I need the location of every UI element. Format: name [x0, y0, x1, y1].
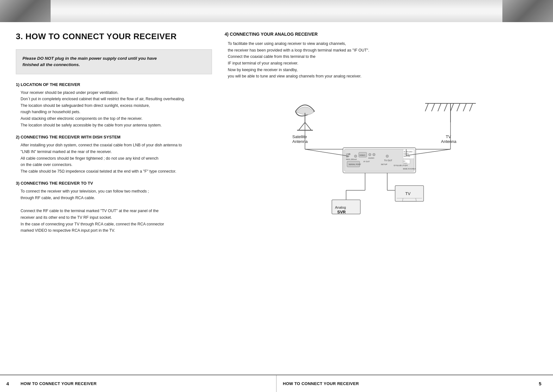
rs-line2: the receiver has been provided with a lo… — [228, 48, 369, 52]
top-bar-left — [0, 0, 51, 22]
footer: 4 HOW TO CONNECT YOUR RECEIVER HOW TO CO… — [0, 375, 553, 392]
section2-body: After installing your dish system, conne… — [16, 142, 212, 175]
tv-label: TV — [405, 191, 411, 196]
s2-line2: "LNB IN" terminal marked at the rear of … — [21, 150, 112, 154]
diagram-area: Satellite Antenna — [225, 86, 537, 222]
s1-line1: Your receiver should be placed under pro… — [21, 90, 118, 95]
svg-text:MAX.200mA: MAX.200mA — [346, 158, 357, 160]
s2-line4: on the cable over connectors. — [21, 162, 72, 167]
svg-point-31 — [386, 155, 388, 157]
s3-line2: through RF cable, and through RCA cable. — [21, 196, 95, 200]
rs-line6: you will be able to tune and view analog… — [228, 74, 361, 78]
svg-line-2 — [305, 122, 311, 130]
svg-text:SETUP: SETUP — [381, 163, 387, 165]
section3-title: 3) CONNECTING THE RECEIVER TO TV — [16, 181, 212, 186]
s3-line1: To connect the receiver with your televi… — [21, 189, 149, 193]
svg-text:Tested: Tested — [403, 162, 407, 164]
s2-line3: All cable connectors should be finger ti… — [21, 156, 158, 161]
s1-line3: The location should be safeguarded from … — [21, 103, 150, 108]
section-dish: 2) CONNECTING THE RECEIVER WITH DISH SYS… — [16, 135, 212, 175]
footer-right: HOW TO CONNECT YOUR RECEIVER 5 — [276, 375, 553, 392]
satellite-label2: Antenna — [292, 139, 308, 144]
svg-text:LNB: LNB — [346, 153, 351, 155]
top-bar-center — [51, 0, 502, 22]
svg-text:IF OUT: IF OUT — [363, 161, 370, 162]
analog-svr-label2: SVR — [337, 210, 346, 214]
warning-box: Please DO NOT plug in the main power sup… — [16, 49, 212, 74]
footer-title-left: HOW TO CONNECT YOUR RECEIVER — [21, 381, 97, 386]
section1-title: 1) LOCATION OF THE RECEIVER — [16, 82, 212, 87]
analog-svr-label: Analog — [335, 205, 346, 209]
svg-line-6 — [432, 103, 435, 111]
s1-line6: The location should be safely accessible… — [21, 123, 162, 127]
svg-text:50/60Hz: 50/60Hz — [404, 153, 409, 155]
section3-body: To connect the receiver with your televi… — [16, 188, 212, 234]
right-section-number: 4) — [225, 32, 228, 37]
svg-line-43 — [305, 149, 349, 156]
rs-line5: Now by keeping the receiver in standby, — [228, 68, 298, 72]
rs-line4: IF input terminal of your analog receive… — [228, 61, 298, 65]
s3-line3: Connect the RF cable to the terminal mar… — [21, 209, 158, 213]
tv-antenna-icon — [425, 103, 476, 122]
footer-title-right: HOW TO CONNECT YOUR RECEIVER — [283, 381, 359, 386]
svg-point-25 — [369, 153, 371, 156]
section1-body: Your receiver should be placed under pro… — [16, 89, 212, 129]
s3-line4: receiver and its other end to the TV RF … — [21, 215, 112, 220]
svg-line-7 — [438, 103, 441, 111]
tv-antenna-label2: Antenna — [441, 139, 457, 144]
connection-diagram: Satellite Antenna — [225, 86, 537, 222]
svg-line-8 — [444, 103, 447, 111]
svg-line-10 — [457, 103, 460, 111]
page-number-left: 4 — [6, 381, 14, 386]
svg-text:AUDIO: AUDIO — [368, 157, 374, 159]
s2-line1: After installing your dish system, conne… — [21, 143, 182, 147]
right-section-title: 4) CONNECTING YOUR ANALOG RECEIVER — [225, 32, 537, 37]
s3-line6: marked VIDEO to respective RCA input por… — [21, 228, 115, 233]
svg-line-1 — [299, 122, 305, 130]
s1-line5: Avoid stacking other electronic componen… — [21, 116, 142, 121]
svg-point-22 — [354, 155, 357, 157]
section2-title: 2) CONNECTING THE RECEIVER WITH DISH SYS… — [16, 135, 212, 139]
svg-text:AC 85V-245V~: AC 85V-245V~ — [404, 151, 413, 153]
warning-text: Please DO NOT plug in the main power sup… — [22, 55, 205, 68]
rs-line3: Connect the coaxial cable from this term… — [228, 54, 315, 59]
right-column: 4) CONNECTING YOUR ANALOG RECEIVER To fa… — [225, 32, 537, 371]
s2-line5: The cable should be 75Ω impedence coaxia… — [21, 169, 176, 174]
svg-text:MAX.24W: MAX.24W — [404, 156, 410, 157]
page-title: 3. HOW TO CONNECT YOUR RECEIVER — [16, 32, 212, 41]
s3-line5: In the case of connecting your TV throug… — [21, 222, 164, 226]
svg-line-9 — [450, 103, 454, 111]
svg-text:한국방송통신위원회: 한국방송통신위원회 — [394, 164, 408, 166]
top-bar — [0, 0, 553, 22]
s1-line2: Don`t put in completely enclosed cabinet… — [21, 97, 185, 101]
svg-text:SERIAL PORT: SERIAL PORT — [349, 163, 361, 165]
svg-text:VIDEO: VIDEO — [359, 154, 365, 156]
rs-line1: To facilitate the user using analog rece… — [228, 41, 346, 46]
right-section-heading: CONNECTING YOUR ANALOG RECEIVER — [230, 32, 318, 37]
top-bar-right — [502, 0, 553, 22]
section-tv: 3) CONNECTING THE RECEIVER TO TV To conn… — [16, 181, 212, 234]
page-wrapper: 3. HOW TO CONNECT YOUR RECEIVER Please D… — [0, 0, 553, 392]
footer-left: 4 HOW TO CONNECT YOUR RECEIVER — [0, 375, 276, 392]
right-section-body: To facilitate the user using analog rece… — [225, 40, 537, 80]
svg-line-11 — [463, 103, 466, 111]
left-column: 3. HOW TO CONNECT YOUR RECEIVER Please D… — [16, 32, 212, 371]
page-number-right: 5 — [539, 381, 547, 386]
svg-text:MADE IN KOREA: MADE IN KOREA — [403, 168, 416, 170]
svg-line-12 — [469, 103, 473, 111]
s1-line4: rough handling or household pets. — [21, 110, 80, 114]
svg-text:TV OUT: TV OUT — [384, 159, 392, 162]
content-area: 3. HOW TO CONNECT YOUR RECEIVER Please D… — [0, 22, 553, 375]
section-location: 1) LOCATION OF THE RECEIVER Your receive… — [16, 82, 212, 129]
svg-line-5 — [425, 103, 428, 111]
svg-point-26 — [373, 153, 375, 156]
